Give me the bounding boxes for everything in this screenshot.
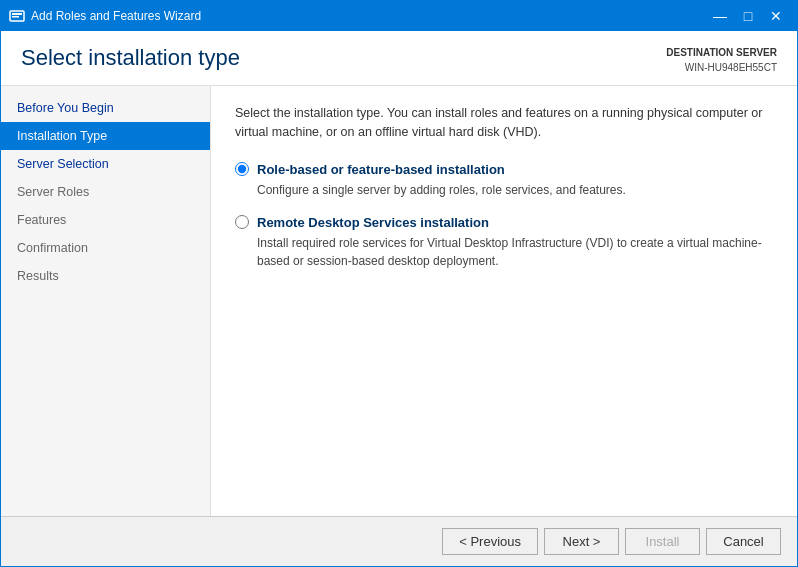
header-section: Select installation type DESTINATION SER… <box>1 31 797 86</box>
svg-rect-2 <box>12 16 19 18</box>
next-button[interactable]: Next > <box>544 528 619 555</box>
option-role-based-label[interactable]: Role-based or feature-based installation <box>235 162 773 177</box>
maximize-button[interactable]: □ <box>735 5 761 27</box>
footer: < Previous Next > Install Cancel <box>1 516 797 566</box>
sidebar-item-confirmation: Confirmation <box>1 234 210 262</box>
sidebar-item-server-selection[interactable]: Server Selection <box>1 150 210 178</box>
window-title: Add Roles and Features Wizard <box>31 9 201 23</box>
page-title: Select installation type <box>21 45 240 71</box>
minimize-button[interactable]: — <box>707 5 733 27</box>
sidebar-item-results: Results <box>1 262 210 290</box>
title-bar: Add Roles and Features Wizard — □ ✕ <box>1 1 797 31</box>
title-bar-left: Add Roles and Features Wizard <box>9 8 201 24</box>
cancel-button[interactable]: Cancel <box>706 528 781 555</box>
wizard-icon <box>9 8 25 24</box>
destination-server-name: WIN-HU948EH55CT <box>666 60 777 75</box>
right-panel: Select the installation type. You can in… <box>211 86 797 516</box>
option-role-based-desc: Configure a single server by adding role… <box>257 181 773 199</box>
sidebar-item-installation-type[interactable]: Installation Type <box>1 122 210 150</box>
option-remote-desktop-text: Remote Desktop Services installation <box>257 215 489 230</box>
content-area: Select installation type DESTINATION SER… <box>1 31 797 516</box>
destination-label: DESTINATION SERVER <box>666 45 777 60</box>
install-button[interactable]: Install <box>625 528 700 555</box>
option-role-based: Role-based or feature-based installation… <box>235 162 773 199</box>
intro-text: Select the installation type. You can in… <box>235 104 773 142</box>
wizard-window: Add Roles and Features Wizard — □ ✕ Sele… <box>0 0 798 567</box>
main-area: Before You Begin Installation Type Serve… <box>1 86 797 516</box>
option-remote-desktop-desc: Install required role services for Virtu… <box>257 234 773 270</box>
sidebar: Before You Begin Installation Type Serve… <box>1 86 211 516</box>
previous-button[interactable]: < Previous <box>442 528 538 555</box>
sidebar-item-before-you-begin[interactable]: Before You Begin <box>1 94 210 122</box>
sidebar-item-features: Features <box>1 206 210 234</box>
radio-remote-desktop[interactable] <box>235 215 249 229</box>
option-remote-desktop-label[interactable]: Remote Desktop Services installation <box>235 215 773 230</box>
option-role-based-text: Role-based or feature-based installation <box>257 162 505 177</box>
option-remote-desktop: Remote Desktop Services installation Ins… <box>235 215 773 270</box>
radio-role-based[interactable] <box>235 162 249 176</box>
svg-rect-1 <box>12 13 22 15</box>
close-button[interactable]: ✕ <box>763 5 789 27</box>
sidebar-item-server-roles: Server Roles <box>1 178 210 206</box>
destination-server-info: DESTINATION SERVER WIN-HU948EH55CT <box>666 45 777 75</box>
title-bar-buttons: — □ ✕ <box>707 5 789 27</box>
